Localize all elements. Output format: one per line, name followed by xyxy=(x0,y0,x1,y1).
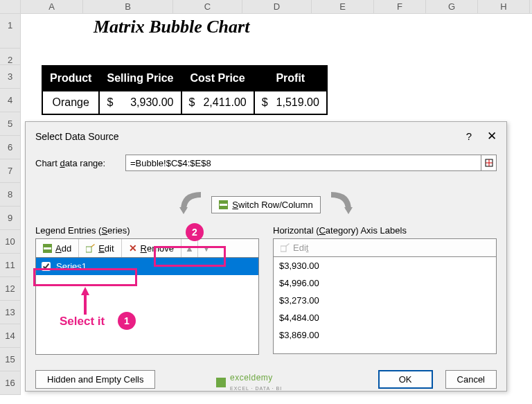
chart-data-range-input[interactable] xyxy=(125,155,497,171)
edit-category-button[interactable]: Edit xyxy=(274,239,315,256)
edit-icon xyxy=(281,243,290,252)
row-headers: 1 2 3 4 5 6 7 8 9 10 11 12 13 14 15 16 xyxy=(0,14,21,395)
category-listbox[interactable]: $3,930.00 $4,996.00 $3,273.00 $4,484.00 … xyxy=(273,257,497,354)
arrow-left-icon xyxy=(177,192,204,217)
col-D[interactable]: D xyxy=(242,0,312,13)
close-icon[interactable]: ✕ xyxy=(487,129,497,143)
chart-data-range-label: Chart data range: xyxy=(35,158,118,168)
list-item[interactable]: $3,273.00 xyxy=(274,292,496,309)
arrow-right-icon xyxy=(328,192,355,217)
col-B[interactable]: B xyxy=(83,0,173,13)
col-A[interactable]: A xyxy=(21,0,83,13)
legend-listbox[interactable]: Series1 xyxy=(35,258,259,355)
data-table: Product Selling Price Cost Price Profit … xyxy=(42,65,328,115)
series-checkbox[interactable] xyxy=(42,262,51,271)
th-cost: Cost Price xyxy=(181,66,254,91)
svg-rect-2 xyxy=(281,246,286,252)
select-data-source-dialog: Select Data Source ? ✕ Chart data range:… xyxy=(25,121,507,392)
col-H[interactable]: H xyxy=(478,0,530,13)
series-item-label: Series1 xyxy=(56,261,87,272)
col-E[interactable]: E xyxy=(312,0,374,13)
help-icon[interactable]: ? xyxy=(466,130,472,142)
dialog-title: Select Data Source xyxy=(35,131,119,142)
th-selling: Selling Price xyxy=(99,66,181,91)
brand-logo-icon xyxy=(216,378,226,387)
ok-button[interactable]: OK xyxy=(378,370,433,389)
list-item[interactable]: $4,484.00 xyxy=(274,309,496,326)
cancel-button[interactable]: Cancel xyxy=(445,370,497,389)
switch-row-column-button[interactable]: Switch Row/Column xyxy=(211,196,320,213)
horizontal-axis-label: Horizontal (Category) Axis Labels xyxy=(273,225,497,236)
remove-x-icon: ✕ xyxy=(129,243,137,254)
legend-toolbar: Add Edit ✕Remove ▲ ▼ xyxy=(35,238,259,258)
add-table-icon xyxy=(43,244,52,253)
brand-watermark: exceldemy EXCEL · DATA · BI xyxy=(216,373,282,392)
col-G[interactable]: G xyxy=(426,0,478,13)
svg-rect-1 xyxy=(86,247,91,252)
move-down-button[interactable]: ▼ xyxy=(198,239,215,257)
edit-button[interactable]: Edit xyxy=(79,239,121,257)
list-item[interactable]: $3,869.00 xyxy=(274,326,496,344)
remove-button[interactable]: ✕Remove xyxy=(122,239,181,257)
list-item[interactable]: $4,996.00 xyxy=(274,274,496,292)
page-title: Matrix Bubble Chart xyxy=(94,17,249,37)
add-button[interactable]: Add xyxy=(36,239,79,257)
col-F[interactable]: F xyxy=(374,0,426,13)
th-profit: Profit xyxy=(254,66,327,91)
table-row[interactable]: Orange $3,930.00 $2,411.00 $1,519.00 xyxy=(42,91,327,114)
col-C[interactable]: C xyxy=(173,0,242,13)
move-up-button[interactable]: ▲ xyxy=(181,239,198,257)
list-item[interactable]: Series1 xyxy=(36,258,258,275)
hidden-empty-cells-button[interactable]: Hidden and Empty Cells xyxy=(35,370,155,389)
legend-entries-label: Legend Entries (Series) xyxy=(35,225,259,236)
list-item[interactable]: $3,930.00 xyxy=(274,257,496,274)
column-headers: A B C D E F G H xyxy=(0,0,532,14)
table-icon xyxy=(219,200,228,209)
category-toolbar: Edit xyxy=(273,238,497,257)
th-product: Product xyxy=(42,66,99,91)
edit-icon xyxy=(86,244,95,253)
range-picker-icon[interactable] xyxy=(481,155,496,170)
